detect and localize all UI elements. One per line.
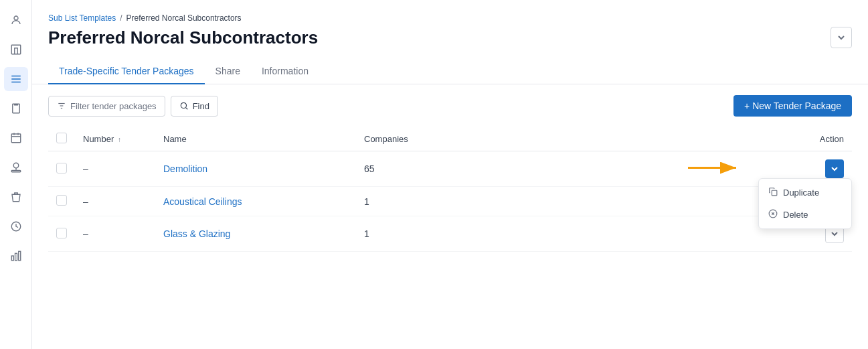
toolbar-left: Filter tender packages Find: [48, 96, 218, 117]
svg-line-21: [185, 108, 187, 110]
row-name-cell: Acoustical Ceilings: [155, 187, 356, 216]
column-header-name: Name: [155, 127, 356, 151]
title-chevron-button[interactable]: [831, 27, 852, 48]
row-name-link[interactable]: Glass & Glazing: [163, 228, 230, 239]
page-header: Sub List Templates / Preferred Norcal Su…: [32, 0, 868, 84]
find-button[interactable]: Find: [171, 96, 218, 117]
row-checkbox[interactable]: [56, 228, 67, 238]
duplicate-icon: [768, 187, 778, 198]
sidebar-icon-chart[interactable]: [4, 244, 28, 268]
svg-point-20: [181, 102, 186, 108]
row-name-cell: Demolition: [155, 151, 356, 187]
row-companies: 65: [356, 151, 456, 187]
column-header-number: Number ↑: [75, 127, 155, 151]
sidebar-icon-tag[interactable]: [4, 185, 28, 209]
row-checkbox[interactable]: [56, 163, 67, 173]
row-companies: 1: [356, 216, 456, 252]
column-checkbox: [48, 127, 75, 151]
sidebar-icon-calendar[interactable]: [4, 126, 28, 150]
sidebar-icon-user[interactable]: [4, 8, 28, 32]
sidebar-icon-stamp[interactable]: [4, 155, 28, 180]
row-number: –: [75, 216, 155, 252]
svg-rect-22: [772, 190, 777, 196]
table-row: – Glass & Glazing 1: [48, 216, 852, 252]
filter-label: Filter tender packages: [70, 101, 157, 111]
svg-point-10: [13, 163, 19, 168]
svg-rect-14: [11, 256, 13, 261]
sidebar: [0, 0, 32, 349]
svg-rect-6: [11, 134, 21, 143]
sidebar-icon-clipboard[interactable]: [4, 96, 28, 121]
content-area: Filter tender packages Find + New Tender…: [32, 84, 868, 349]
dropdown-item-duplicate[interactable]: Duplicate: [759, 182, 851, 204]
select-all-checkbox[interactable]: [56, 133, 67, 143]
row-name-link[interactable]: Acoustical Ceilings: [163, 196, 242, 207]
table-row: – Demolition 65: [48, 151, 852, 187]
svg-rect-15: [15, 253, 17, 261]
sidebar-icon-building[interactable]: [4, 38, 28, 62]
row-checkbox-cell: [48, 216, 75, 252]
row-checkbox[interactable]: [56, 195, 67, 206]
action-dropdown-menu: Duplicate Delete: [758, 178, 852, 229]
row-number: –: [75, 187, 155, 216]
sidebar-icon-clock[interactable]: [4, 214, 28, 238]
tab-information[interactable]: Information: [251, 59, 319, 84]
breadcrumb: Sub List Templates / Preferred Norcal Su…: [48, 13, 852, 23]
sort-icon-number[interactable]: ↑: [118, 136, 121, 143]
main-content: Sub List Templates / Preferred Norcal Su…: [32, 0, 868, 349]
dropdown-item-delete[interactable]: Delete: [759, 204, 851, 226]
row-companies: 1: [356, 187, 456, 216]
svg-point-0: [14, 16, 18, 20]
new-tender-package-button[interactable]: + New Tender Package: [733, 95, 852, 117]
breadcrumb-current: Preferred Norcal Subcontractors: [126, 13, 242, 23]
breadcrumb-parent[interactable]: Sub List Templates: [48, 13, 116, 23]
tab-tender-packages[interactable]: Trade-Specific Tender Packages: [48, 59, 205, 84]
page-title: Preferred Norcal Subcontractors: [48, 27, 318, 48]
duplicate-label: Duplicate: [783, 188, 819, 198]
svg-rect-11: [11, 171, 21, 172]
filter-button[interactable]: Filter tender packages: [48, 96, 165, 117]
find-label: Find: [193, 101, 209, 111]
row-checkbox-cell: [48, 187, 75, 216]
row-action-cell: Duplicate Delete: [456, 151, 852, 187]
page-title-row: Preferred Norcal Subcontractors: [48, 27, 852, 48]
breadcrumb-separator: /: [120, 13, 122, 23]
row-name-link[interactable]: Demolition: [163, 163, 207, 174]
sidebar-icon-list[interactable]: [4, 67, 28, 91]
tabs: Trade-Specific Tender Packages Share Inf…: [48, 59, 852, 84]
row-number: –: [75, 151, 155, 187]
table-row: – Acoustical Ceilings 1: [48, 187, 852, 216]
row-checkbox-cell: [48, 151, 75, 187]
delete-label: Delete: [783, 210, 808, 220]
svg-rect-16: [18, 251, 20, 261]
action-dropdown-button[interactable]: [825, 159, 844, 178]
arrow-annotation: [688, 158, 748, 180]
svg-rect-1: [11, 45, 21, 54]
tender-packages-table: Number ↑ Name Companies Action – Demol: [48, 127, 852, 252]
tab-share[interactable]: Share: [205, 59, 251, 84]
column-header-action: Action: [456, 127, 852, 151]
column-header-companies: Companies: [356, 127, 456, 151]
toolbar: Filter tender packages Find + New Tender…: [48, 95, 852, 117]
new-button-label: + New Tender Package: [744, 100, 841, 111]
row-name-cell: Glass & Glazing: [155, 216, 356, 252]
delete-icon: [768, 209, 778, 220]
